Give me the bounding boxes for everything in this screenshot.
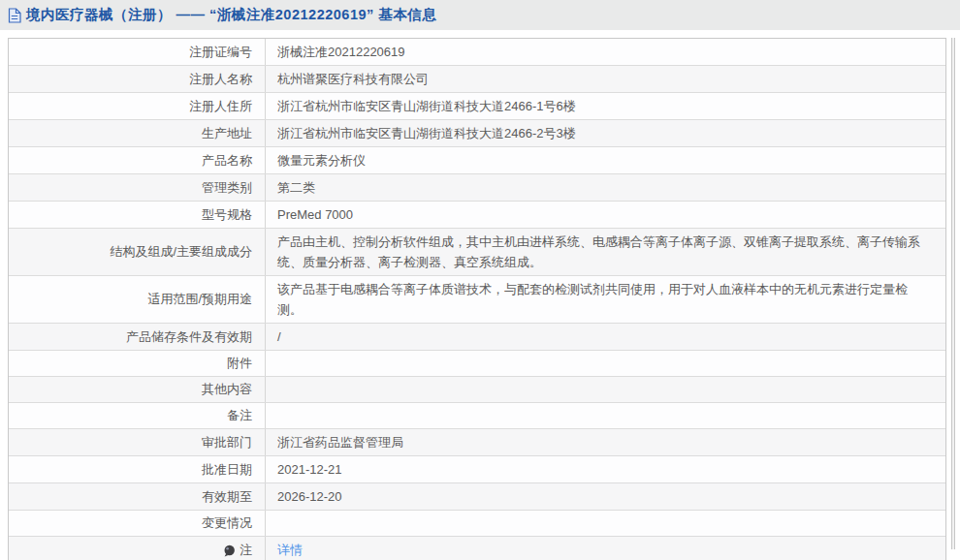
table-row: 批准日期 2021-12-21 [9, 456, 945, 483]
page-title: 境内医疗器械（注册） —— “浙械注准20212220619” 基本信息 [26, 6, 436, 24]
row-label: 适用范围/预期用途 [9, 276, 266, 323]
table-row: 产品名称 微量元素分析仪 [9, 147, 945, 174]
row-value: 2026-12-20 [266, 483, 945, 510]
table-row: 备注 [9, 403, 945, 429]
row-value: 2021-12-21 [266, 456, 945, 482]
table-row: 适用范围/预期用途 该产品基于电感耦合等离子体质谱技术，与配套的检测试剂共同使用… [9, 276, 945, 324]
row-value: 浙江省杭州市临安区青山湖街道科技大道2466-1号6楼 [266, 93, 945, 119]
details-link[interactable]: 详情 [277, 540, 303, 560]
row-label: 注 [9, 537, 266, 560]
row-value [266, 377, 945, 402]
row-label: 其他内容 [9, 377, 266, 402]
table-row: 注册人名称 杭州谱聚医疗科技有限公司 [9, 66, 945, 93]
row-value: / [266, 324, 945, 350]
row-label: 型号规格 [9, 202, 266, 228]
row-label: 批准日期 [9, 456, 266, 482]
row-label: 注册人名称 [9, 66, 266, 92]
row-value: 第二类 [266, 174, 945, 201]
document-icon [8, 8, 21, 23]
table-row: 注册证编号 浙械注准20212220619 [9, 39, 945, 66]
table-row-note: 注 详情 [9, 537, 945, 560]
table-row: 型号规格 PreMed 7000 [9, 202, 945, 229]
row-value: 杭州谱聚医疗科技有限公司 [266, 66, 945, 92]
table-row: 附件 [9, 351, 945, 377]
row-value: 微量元素分析仪 [266, 147, 945, 173]
table-row: 审批部门 浙江省药品监督管理局 [9, 429, 945, 456]
row-label: 产品名称 [9, 147, 266, 173]
page-header: 境内医疗器械（注册） —— “浙械注准20212220619” 基本信息 [0, 0, 960, 30]
table-row: 结构及组成/主要组成成分 产品由主机、控制分析软件组成，其中主机由进样系统、电感… [9, 229, 945, 276]
table-row: 有效期至 2026-12-20 [9, 483, 945, 511]
table-row: 管理类别 第二类 [9, 174, 945, 202]
row-value [266, 511, 945, 536]
row-label: 附件 [9, 351, 266, 376]
row-label: 生产地址 [9, 120, 266, 146]
row-value [266, 403, 945, 428]
row-label: 审批部门 [9, 429, 266, 455]
note-balloon-icon [223, 544, 236, 558]
scrollbar[interactable] [951, 38, 955, 549]
registration-info-table: 注册证编号 浙械注准20212220619 注册人名称 杭州谱聚医疗科技有限公司… [8, 38, 946, 560]
row-label: 备注 [9, 403, 266, 428]
row-value: 产品由主机、控制分析软件组成，其中主机由进样系统、电感耦合等离子体离子源、双锥离… [266, 229, 945, 275]
row-value-text: 产品由主机、控制分析软件组成，其中主机由进样系统、电感耦合等离子体离子源、双锥离… [277, 232, 932, 272]
row-label: 注册证编号 [9, 39, 266, 65]
row-label: 变更情况 [9, 511, 266, 536]
row-value-text: 该产品基于电感耦合等离子体质谱技术，与配套的检测试剂共同使用，用于对人血液样本中… [277, 279, 932, 320]
table-row: 生产地址 浙江省杭州市临安区青山湖街道科技大道2466-2号3楼 [9, 120, 945, 147]
row-value [266, 351, 945, 376]
row-value: PreMed 7000 [266, 202, 945, 228]
row-label-text: 注 [240, 542, 252, 559]
row-label: 管理类别 [9, 174, 266, 201]
table-row: 变更情况 [9, 511, 945, 537]
row-value: 浙江省药品监督管理局 [266, 429, 945, 455]
table-row: 其他内容 [9, 377, 945, 403]
row-value: 浙江省杭州市临安区青山湖街道科技大道2466-2号3楼 [266, 120, 945, 146]
table-row: 注册人住所 浙江省杭州市临安区青山湖街道科技大道2466-1号6楼 [9, 93, 945, 120]
row-value: 浙械注准20212220619 [266, 39, 945, 65]
row-value: 详情 [266, 537, 945, 560]
row-label: 注册人住所 [9, 93, 266, 119]
row-value: 该产品基于电感耦合等离子体质谱技术，与配套的检测试剂共同使用，用于对人血液样本中… [266, 276, 945, 323]
row-label: 有效期至 [9, 483, 266, 510]
table-row: 产品储存条件及有效期 / [9, 324, 945, 351]
row-label: 结构及组成/主要组成成分 [9, 229, 266, 275]
row-label: 产品储存条件及有效期 [9, 324, 266, 350]
